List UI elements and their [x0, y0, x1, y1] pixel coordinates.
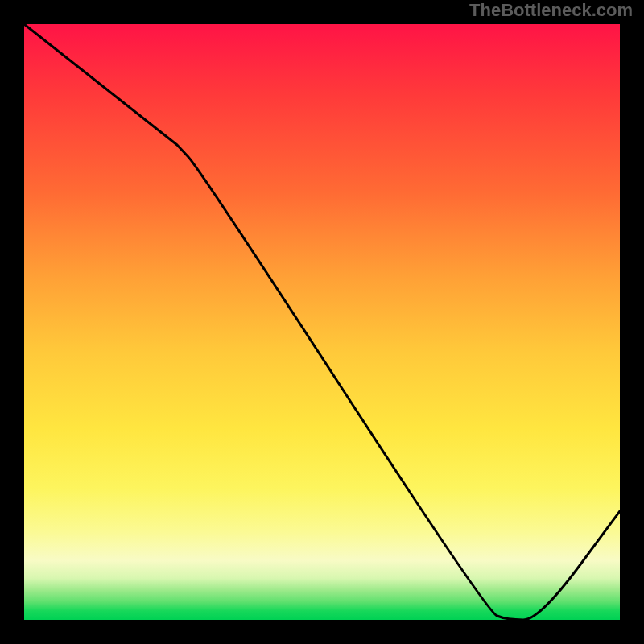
bottleneck-curve: [24, 24, 620, 620]
watermark-text: TheBottleneck.com: [469, 0, 633, 21]
chart-frame: [24, 24, 620, 620]
